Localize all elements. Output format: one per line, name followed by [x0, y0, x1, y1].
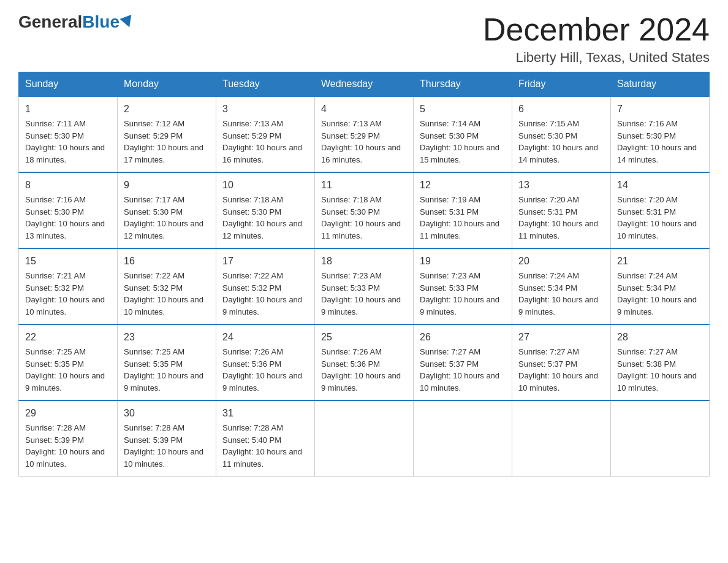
day-daylight: Daylight: 10 hours and 9 minutes.: [518, 295, 598, 316]
calendar-cell: [512, 400, 611, 477]
day-sunrise: Sunrise: 7:18 AM: [222, 195, 283, 204]
header-tuesday: Tuesday: [216, 72, 315, 97]
day-number: 26: [420, 330, 506, 345]
day-daylight: Daylight: 10 hours and 10 minutes.: [420, 371, 499, 393]
calendar-cell: 18Sunrise: 7:23 AMSunset: 5:33 PMDayligh…: [315, 248, 414, 324]
day-daylight: Daylight: 10 hours and 10 minutes.: [124, 447, 203, 469]
day-sunrise: Sunrise: 7:24 AM: [617, 271, 678, 280]
day-daylight: Daylight: 10 hours and 9 minutes.: [25, 371, 105, 393]
day-number: 21: [617, 254, 703, 269]
day-daylight: Daylight: 10 hours and 14 minutes.: [617, 143, 697, 164]
day-daylight: Daylight: 10 hours and 9 minutes.: [124, 371, 203, 393]
day-sunset: Sunset: 5:39 PM: [124, 435, 183, 445]
day-sunrise: Sunrise: 7:28 AM: [25, 423, 86, 432]
day-number: 10: [222, 178, 308, 193]
day-daylight: Daylight: 10 hours and 9 minutes.: [321, 295, 401, 316]
day-sunset: Sunset: 5:31 PM: [617, 207, 676, 216]
day-sunset: Sunset: 5:29 PM: [124, 131, 183, 140]
day-sunset: Sunset: 5:32 PM: [25, 283, 84, 293]
day-sunset: Sunset: 5:29 PM: [222, 131, 281, 140]
day-sunrise: Sunrise: 7:27 AM: [420, 347, 480, 356]
day-sunset: Sunset: 5:39 PM: [25, 435, 84, 445]
calendar-cell: 7Sunrise: 7:16 AMSunset: 5:30 PMDaylight…: [611, 96, 710, 172]
calendar-cell: 10Sunrise: 7:18 AMSunset: 5:30 PMDayligh…: [216, 172, 315, 248]
day-sunset: Sunset: 5:30 PM: [321, 207, 380, 216]
day-number: 3: [222, 102, 308, 117]
day-sunrise: Sunrise: 7:14 AM: [420, 119, 480, 128]
day-sunset: Sunset: 5:37 PM: [518, 359, 577, 369]
day-sunrise: Sunrise: 7:15 AM: [518, 119, 579, 128]
day-number: 6: [518, 102, 604, 117]
day-daylight: Daylight: 10 hours and 10 minutes.: [25, 295, 105, 316]
day-number: 13: [518, 178, 604, 193]
calendar-cell: 12Sunrise: 7:19 AMSunset: 5:31 PMDayligh…: [414, 172, 512, 248]
day-daylight: Daylight: 10 hours and 10 minutes.: [25, 447, 105, 469]
calendar-cell: 24Sunrise: 7:26 AMSunset: 5:36 PMDayligh…: [216, 324, 315, 400]
day-sunrise: Sunrise: 7:24 AM: [518, 271, 579, 280]
calendar-cell: 1Sunrise: 7:11 AMSunset: 5:30 PMDaylight…: [19, 96, 118, 172]
day-sunset: Sunset: 5:29 PM: [321, 131, 380, 140]
day-sunrise: Sunrise: 7:16 AM: [25, 195, 86, 204]
header-friday: Friday: [512, 72, 611, 97]
day-daylight: Daylight: 10 hours and 10 minutes.: [124, 295, 203, 316]
logo-blue-text: Blue: [82, 12, 119, 32]
day-daylight: Daylight: 10 hours and 10 minutes.: [518, 371, 598, 393]
day-number: 20: [518, 254, 604, 269]
day-daylight: Daylight: 10 hours and 11 minutes.: [420, 219, 499, 240]
day-number: 25: [321, 330, 407, 345]
day-sunset: Sunset: 5:30 PM: [420, 131, 479, 140]
day-sunset: Sunset: 5:35 PM: [25, 359, 84, 369]
day-sunset: Sunset: 5:34 PM: [518, 283, 577, 293]
day-sunset: Sunset: 5:30 PM: [25, 207, 84, 216]
day-sunrise: Sunrise: 7:17 AM: [124, 195, 184, 204]
day-sunrise: Sunrise: 7:12 AM: [124, 119, 184, 128]
day-daylight: Daylight: 10 hours and 9 minutes.: [321, 371, 401, 393]
day-number: 27: [518, 330, 604, 345]
day-sunrise: Sunrise: 7:20 AM: [617, 195, 678, 204]
day-daylight: Daylight: 10 hours and 11 minutes.: [518, 219, 598, 240]
calendar-cell: 2Sunrise: 7:12 AMSunset: 5:29 PMDaylight…: [118, 96, 216, 172]
day-daylight: Daylight: 10 hours and 15 minutes.: [420, 143, 499, 164]
day-daylight: Daylight: 10 hours and 9 minutes.: [222, 371, 302, 393]
calendar-cell: 23Sunrise: 7:25 AMSunset: 5:35 PMDayligh…: [118, 324, 216, 400]
header-saturday: Saturday: [611, 72, 710, 97]
day-sunset: Sunset: 5:36 PM: [222, 359, 281, 369]
calendar-cell: 22Sunrise: 7:25 AMSunset: 5:35 PMDayligh…: [19, 324, 118, 400]
day-sunset: Sunset: 5:30 PM: [222, 207, 281, 216]
day-sunset: Sunset: 5:32 PM: [222, 283, 281, 293]
day-number: 2: [124, 102, 210, 117]
calendar-cell: 27Sunrise: 7:27 AMSunset: 5:37 PMDayligh…: [512, 324, 611, 400]
day-sunrise: Sunrise: 7:23 AM: [321, 271, 382, 280]
day-number: 7: [617, 102, 703, 117]
day-number: 28: [617, 330, 703, 345]
header-monday: Monday: [118, 72, 216, 97]
day-daylight: Daylight: 10 hours and 16 minutes.: [222, 143, 302, 164]
day-sunrise: Sunrise: 7:28 AM: [124, 423, 184, 432]
day-sunset: Sunset: 5:30 PM: [124, 207, 183, 216]
day-number: 14: [617, 178, 703, 193]
calendar-cell: 25Sunrise: 7:26 AMSunset: 5:36 PMDayligh…: [315, 324, 414, 400]
day-daylight: Daylight: 10 hours and 12 minutes.: [124, 219, 203, 240]
day-sunrise: Sunrise: 7:18 AM: [321, 195, 382, 204]
day-sunrise: Sunrise: 7:28 AM: [222, 423, 283, 432]
calendar-cell: 11Sunrise: 7:18 AMSunset: 5:30 PMDayligh…: [315, 172, 414, 248]
day-sunset: Sunset: 5:40 PM: [222, 435, 281, 445]
day-sunrise: Sunrise: 7:13 AM: [222, 119, 283, 128]
day-sunset: Sunset: 5:30 PM: [25, 131, 84, 140]
calendar-week-5: 29Sunrise: 7:28 AMSunset: 5:39 PMDayligh…: [19, 400, 710, 477]
day-number: 15: [25, 254, 111, 269]
calendar-cell: 6Sunrise: 7:15 AMSunset: 5:30 PMDaylight…: [512, 96, 611, 172]
day-number: 29: [25, 406, 111, 421]
calendar-cell: 19Sunrise: 7:23 AMSunset: 5:33 PMDayligh…: [414, 248, 512, 324]
logo-text: General Blue: [18, 12, 134, 32]
day-sunset: Sunset: 5:33 PM: [321, 283, 380, 293]
calendar-week-4: 22Sunrise: 7:25 AMSunset: 5:35 PMDayligh…: [19, 324, 710, 400]
logo-triangle-icon: [119, 15, 135, 29]
day-number: 4: [321, 102, 407, 117]
day-number: 18: [321, 254, 407, 269]
day-sunrise: Sunrise: 7:19 AM: [420, 195, 480, 204]
day-number: 12: [420, 178, 506, 193]
day-sunrise: Sunrise: 7:26 AM: [321, 347, 382, 356]
logo: General Blue: [18, 12, 134, 32]
day-daylight: Daylight: 10 hours and 18 minutes.: [25, 143, 105, 164]
